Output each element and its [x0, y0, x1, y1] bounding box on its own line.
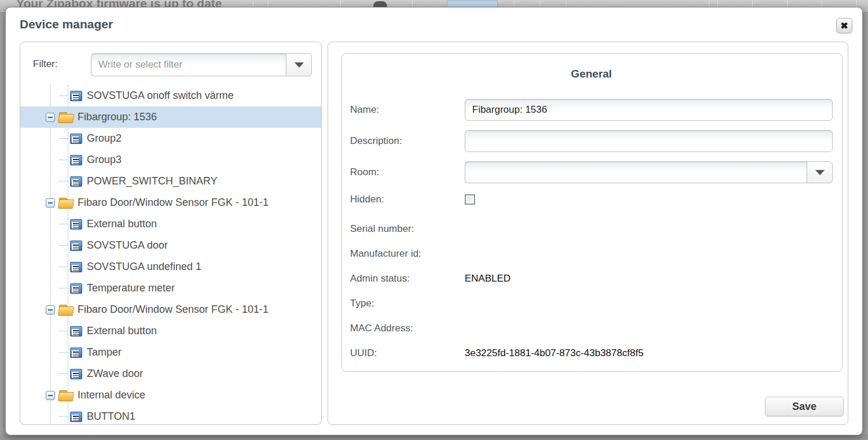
tree-item[interactable]: SOVSTUGA undefined 1: [20, 256, 321, 278]
mac-address-label: MAC Address:: [350, 323, 465, 334]
tree-item[interactable]: External button: [20, 320, 321, 342]
tree-item-label: External button: [87, 218, 157, 230]
device-icon: [70, 155, 82, 165]
tree-connector: [60, 224, 68, 224]
tree-item[interactable]: Fibaro Door/Window Sensor FGK - 101-1: [20, 299, 321, 320]
tree-connector: [60, 160, 68, 160]
device-icon: [70, 219, 82, 230]
admin-status-label: Admin status:: [350, 273, 465, 284]
device-manager-dialog: Device manager ✖ Filter: SOVSTUGA onoff …: [5, 7, 863, 435]
room-input[interactable]: [465, 161, 807, 183]
chevron-down-icon: [295, 62, 304, 68]
close-button[interactable]: ✖: [836, 18, 852, 34]
tree-connector: [60, 288, 68, 289]
tree-item-label: SOVSTUGA onoff switch värme: [87, 90, 234, 102]
device-detail-panel: General Name: Description: Room:: [328, 42, 848, 425]
tree-item-label: Temperature meter: [87, 282, 175, 294]
tree-connector: [60, 181, 68, 182]
hidden-label: Hidden:: [350, 194, 465, 205]
type-row: Type:: [350, 296, 833, 311]
device-icon: [70, 283, 82, 294]
general-fieldset: General Name: Description: Room:: [341, 53, 843, 372]
tree-item-label: Fibaro Door/Window Sensor FGK - 101-1: [78, 197, 269, 209]
collapse-minus-icon[interactable]: [46, 198, 55, 208]
folder-icon: [58, 112, 73, 123]
filter-row: Filter:: [20, 53, 321, 76]
tree-item-label: SOVSTUGA door: [87, 239, 168, 252]
close-icon: ✖: [840, 20, 848, 31]
dialog-title: Device manager: [20, 17, 113, 31]
uuid-row: UUID: 3e3225fd-1881-4b07-873c-43b3878cf8…: [350, 346, 833, 361]
tree-item[interactable]: ZWave door: [20, 363, 321, 384]
description-label: Description:: [350, 135, 465, 147]
admin-status-value: ENABLED: [465, 273, 510, 284]
folder-icon: [58, 305, 73, 315]
tree-connector: [60, 138, 68, 139]
tree-item-label: Group3: [87, 154, 122, 166]
save-button[interactable]: Save: [765, 397, 844, 416]
tree-item-label: BUTTON1: [87, 411, 135, 423]
description-input[interactable]: [465, 130, 833, 152]
filter-input[interactable]: [91, 53, 286, 76]
room-label: Room:: [350, 167, 465, 178]
device-icon: [70, 241, 82, 251]
filter-label: Filter:: [33, 58, 58, 70]
tree-item-label: ZWave door: [87, 368, 143, 380]
tree-item-label: Internal device: [78, 389, 145, 401]
tree-item[interactable]: SOVSTUGA door: [20, 235, 321, 256]
tree-item[interactable]: BUTTON1: [20, 406, 321, 425]
uuid-label: UUID:: [350, 347, 465, 359]
tree-connector: [60, 95, 68, 96]
tree-item[interactable]: Fibargroup: 1536: [20, 106, 321, 128]
room-dropdown-button[interactable]: [807, 161, 833, 183]
tree-connector: [60, 374, 68, 374]
tree-item[interactable]: External button: [20, 213, 321, 235]
name-row: Name:: [350, 99, 833, 121]
mac-address-row: MAC Address:: [350, 321, 833, 336]
collapse-minus-icon[interactable]: [46, 113, 55, 122]
tree-item[interactable]: POWER_SWITCH_BINARY: [20, 171, 321, 192]
tree-item[interactable]: Temperature meter: [20, 278, 321, 299]
general-heading: General: [350, 68, 833, 80]
type-label: Type:: [350, 298, 465, 309]
serial-number-row: Serial number:: [350, 221, 833, 236]
tree-connector: [60, 331, 68, 331]
hidden-checkbox[interactable]: [465, 194, 475, 205]
save-button-label: Save: [792, 401, 816, 413]
manufacturer-id-row: Manufacturer id:: [350, 246, 833, 261]
folder-icon: [58, 390, 73, 401]
device-tree: SOVSTUGA onoff switch värmeFibargroup: 1…: [20, 85, 321, 425]
name-label: Name:: [350, 104, 465, 116]
tree-item-label: POWER_SWITCH_BINARY: [87, 175, 218, 187]
tree-item-label: External button: [87, 325, 157, 337]
hidden-row: Hidden:: [350, 193, 833, 206]
admin-status-row: Admin status: ENABLED: [350, 271, 833, 286]
chevron-down-icon: [815, 170, 825, 175]
tree-item[interactable]: Group3: [20, 149, 321, 171]
tree-item-label: SOVSTUGA undefined 1: [87, 261, 201, 273]
device-icon: [70, 91, 82, 101]
tree-item-label: Tamper: [87, 346, 122, 358]
name-input[interactable]: [465, 99, 833, 121]
manufacturer-id-label: Manufacturer id:: [350, 248, 465, 260]
collapse-minus-icon[interactable]: [46, 391, 55, 400]
tree-connector: [60, 416, 68, 417]
tree-item[interactable]: Fibaro Door/Window Sensor FGK - 101-1: [20, 192, 321, 213]
room-row: Room:: [350, 161, 833, 183]
filter-dropdown-button[interactable]: [286, 53, 312, 76]
room-combo: [465, 161, 833, 183]
collapse-minus-icon[interactable]: [46, 305, 55, 315]
tree-connector: [60, 245, 68, 246]
uuid-value: 3e3225fd-1881-4b07-873c-43b3878cf8f5: [465, 347, 643, 359]
device-icon: [70, 347, 82, 358]
device-icon: [70, 262, 82, 272]
device-tree-panel: Filter: SOVSTUGA onoff switch värmeFibar…: [20, 42, 322, 425]
device-icon: [70, 412, 82, 422]
tree-item-label: Group2: [87, 132, 122, 145]
tree-item[interactable]: SOVSTUGA onoff switch värme: [20, 85, 321, 106]
device-icon: [70, 176, 82, 187]
tree-item[interactable]: Internal device: [20, 384, 321, 406]
tree-item[interactable]: Tamper: [20, 342, 321, 363]
tree-connector: [60, 352, 68, 353]
tree-item[interactable]: Group2: [20, 128, 321, 149]
